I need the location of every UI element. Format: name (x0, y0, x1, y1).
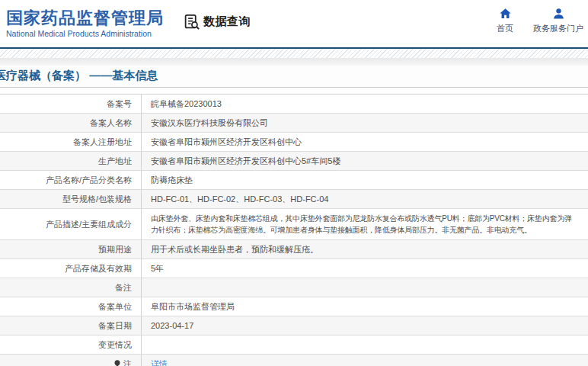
row-value: 皖阜械备20230013 (142, 95, 588, 113)
row-value: 安徽省阜阳市颍州区经济开发区科创中心5#车间5楼 (142, 152, 588, 170)
row-label-text: 生产地址 (98, 156, 132, 166)
row-label: 备案人注册地址 (0, 133, 142, 151)
table-row: 备案人名称安徽汉东医疗科技股份有限公司 (0, 114, 588, 133)
row-label: 备案人名称 (0, 114, 142, 132)
row-value-text: 防褥疮床垫 (151, 175, 193, 185)
row-label-text: 备案人名称 (90, 117, 132, 128)
nav-home-label: 首页 (497, 23, 513, 34)
nav-home[interactable]: 首页 (497, 7, 513, 34)
row-value-text: 安徽汉东医疗科技股份有限公司 (151, 117, 268, 128)
row-value-text: 安徽省阜阳市颍州区经济开发区科创中心5#车间5楼 (151, 156, 340, 166)
row-value: 由床垫外套、床垫内套和床垫棉芯组成，其中床垫外套面部为尼龙防水复合布或防水透气P… (142, 209, 588, 239)
row-value: 用于术后或长期坐卧患者，预防和缓解压疮。 (142, 240, 588, 258)
row-label-text: 备案日期 (98, 320, 132, 331)
table-row: 产品存储及有效期5年 (0, 259, 588, 278)
table-row: 产品名称/产品分类名称防褥疮床垫 (0, 171, 588, 190)
row-label: 产品存储及有效期 (0, 259, 142, 278)
row-value: HD-FC-01、HD-FC-02、HD-FC-03、HD-FC-04 (142, 190, 588, 208)
table-row: 备案人注册地址安徽省阜阳市颍州区经济开发区科创中心 (0, 133, 588, 152)
row-value: 安徽省阜阳市颍州区经济开发区科创中心 (142, 133, 588, 151)
table-row: 型号规格/包装规格HD-FC-01、HD-FC-02、HD-FC-03、HD-F… (0, 190, 588, 209)
row-label: 变更情况 (0, 336, 142, 354)
page-title: 医疗器械（备案） ——基本信息 (0, 66, 588, 87)
row-label: 生产地址 (0, 152, 142, 170)
row-label-text: 预期用途 (98, 244, 132, 255)
document-search-icon (184, 14, 200, 30)
row-value-text: 2023-04-17 (151, 320, 193, 331)
table-row: 备注 (0, 278, 588, 297)
row-value: 防褥疮床垫 (142, 171, 588, 189)
row-value-text: 用于术后或长期坐卧患者，预防和缓解压疮。 (151, 244, 318, 255)
nav-gov-portal[interactable]: 政务服务门户 (533, 7, 583, 34)
row-value: 详情 (142, 355, 588, 366)
row-value-text: 由床垫外套、床垫内套和床垫棉芯组成，其中床垫外套面部为尼龙防水复合布或防水透气P… (151, 213, 579, 236)
row-label: 型号规格/包装规格 (0, 190, 142, 208)
row-label: 备案日期 (0, 316, 142, 335)
row-label-text: 备案号 (107, 98, 132, 109)
row-label: 备案单位 (0, 297, 142, 316)
row-value-text: 5年 (151, 263, 164, 274)
row-value (142, 336, 588, 354)
row-label-text: 产品存储及有效期 (65, 263, 132, 274)
breadcrumb-band: 医疗器械（备案） ——基本信息 (0, 66, 588, 88)
row-value: 5年 (142, 259, 588, 278)
home-icon (499, 7, 512, 20)
row-label-text: 产品名称/产品分类名称 (46, 175, 132, 185)
user-icon (552, 7, 565, 20)
row-value: 阜阳市市场监督管理局 (142, 297, 588, 316)
data-query-label: 数据查询 (203, 14, 251, 29)
nmpa-logo[interactable]: 国家药品监督管理局 National Medical Products Admi… (6, 8, 164, 39)
row-label: 注 (0, 355, 142, 366)
table-row: 注详情 (0, 355, 588, 366)
row-label: 备案号 (0, 95, 142, 113)
row-value (142, 278, 588, 297)
table-row: 备案号皖阜械备20230013 (0, 95, 588, 114)
top-nav: 首页 政务服务门户 (497, 7, 583, 34)
row-label-text: 产品描述/主要组成成分 (46, 219, 132, 230)
row-value: 安徽汉东医疗科技股份有限公司 (142, 114, 588, 132)
nav-gov-portal-label: 政务服务门户 (533, 23, 583, 34)
row-value-text: 安徽省阜阳市颍州区经济开发区科创中心 (151, 136, 302, 147)
row-label: 预期用途 (0, 240, 142, 258)
table-row: 预期用途用于术后或长期坐卧患者，预防和缓解压疮。 (0, 240, 588, 259)
row-value-text: 阜阳市市场监督管理局 (151, 301, 235, 312)
row-label-text: 变更情况 (98, 339, 132, 350)
site-header: 国家药品监督管理局 National Medical Products Admi… (0, 0, 588, 47)
table-row: 生产地址安徽省阜阳市颍州区经济开发区科创中心5#车间5楼 (0, 152, 588, 171)
row-value-text: HD-FC-01、HD-FC-02、HD-FC-03、HD-FC-04 (151, 194, 328, 204)
row-value: 2023-04-17 (142, 316, 588, 335)
table-row: 备案单位阜阳市市场监督管理局 (0, 297, 588, 316)
data-query-nav[interactable]: 数据查询 (184, 14, 251, 30)
row-label: 产品描述/主要组成成分 (0, 209, 142, 239)
table-row: 产品描述/主要组成成分由床垫外套、床垫内套和床垫棉芯组成，其中床垫外套面部为尼龙… (0, 209, 588, 240)
table-row: 变更情况 (0, 336, 588, 355)
logo-title: 国家药品监督管理局 (6, 8, 164, 28)
info-table: 备案号皖阜械备20230013备案人名称安徽汉东医疗科技股份有限公司备案人注册地… (0, 94, 588, 366)
note-icon (113, 359, 121, 366)
row-label-text: 注 (123, 358, 132, 366)
table-row: 备案日期2023-04-17 (0, 316, 588, 336)
row-label: 备注 (0, 278, 142, 297)
hatch-band (0, 49, 588, 58)
row-label-text: 备案单位 (98, 301, 132, 312)
gray-band (0, 58, 588, 66)
row-label: 产品名称/产品分类名称 (0, 171, 142, 189)
row-label-text: 备案人注册地址 (73, 136, 132, 147)
row-label-text: 型号规格/包装规格 (62, 194, 132, 204)
details-link[interactable]: 详情 (151, 358, 168, 366)
logo-subtitle: National Medical Products Administration (6, 29, 164, 39)
row-label-text: 备注 (115, 282, 132, 293)
row-value-text: 皖阜械备20230013 (151, 98, 222, 109)
